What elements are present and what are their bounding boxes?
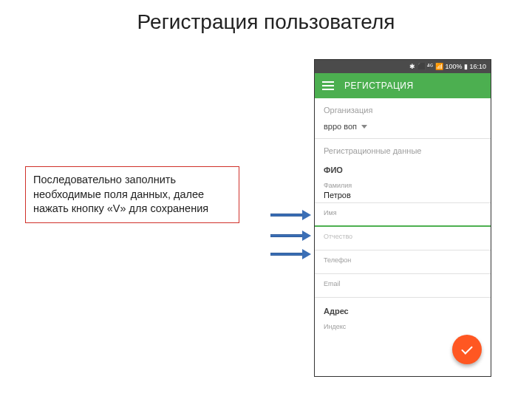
otchestvo-field[interactable] xyxy=(315,240,491,250)
status-bar-text: ✱ ⬛ ⁴ᴳ 📶 100% ▮ 16:10 xyxy=(409,63,486,70)
android-status-bar: ✱ ⬛ ⁴ᴳ 📶 100% ▮ 16:10 xyxy=(315,60,491,73)
app-bar-title: РЕГИСТРАЦИЯ xyxy=(344,81,414,91)
familia-label: Фамилия xyxy=(315,177,491,189)
reg-section-label: Регистрационные данные xyxy=(315,139,491,158)
org-dropdown[interactable]: врро воп xyxy=(315,117,491,139)
fio-header: ФИО xyxy=(315,158,491,177)
index-label: Индекс xyxy=(315,318,491,330)
app-bar: РЕГИСТРАЦИЯ xyxy=(315,73,491,98)
email-field[interactable] xyxy=(315,287,491,298)
adres-header: Адрес xyxy=(315,299,491,318)
arrow-to-imya xyxy=(270,233,311,239)
email-label: Email xyxy=(315,276,491,287)
check-icon xyxy=(461,343,473,355)
imya-label: Имя xyxy=(315,205,491,216)
menu-icon[interactable] xyxy=(322,81,334,90)
chevron-down-icon xyxy=(361,125,367,129)
telefon-label: Телефон xyxy=(315,252,491,264)
slide-title: Регистрация пользователя xyxy=(0,10,532,34)
save-fab[interactable] xyxy=(452,335,482,364)
arrow-to-otchestvo xyxy=(270,251,311,257)
instruction-note: Последовательно заполнить необходимые по… xyxy=(25,166,239,223)
org-dropdown-value: врро воп xyxy=(324,122,357,131)
imya-field[interactable] xyxy=(315,216,491,227)
familia-field[interactable]: Петров xyxy=(315,189,491,203)
arrow-to-familia xyxy=(270,212,311,218)
otchestvo-label: Отчество xyxy=(315,228,491,240)
telefon-field[interactable] xyxy=(315,264,491,274)
phone-frame: ✱ ⬛ ⁴ᴳ 📶 100% ▮ 16:10 РЕГИСТРАЦИЯ Органи… xyxy=(314,59,491,377)
org-section-label: Организация xyxy=(315,98,491,117)
